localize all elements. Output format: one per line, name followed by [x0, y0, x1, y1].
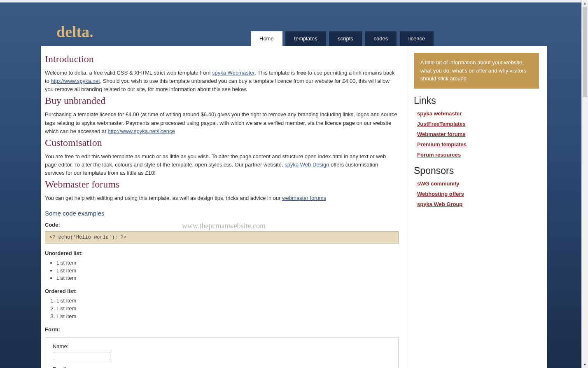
- sidebar: A little bit of information about your w…: [407, 46, 547, 368]
- code-block: <? echo('Hello world'); ?>: [45, 231, 399, 244]
- sidebar-link[interactable]: JustFreeTemplates: [417, 121, 539, 127]
- text-bold-free: free: [296, 70, 306, 76]
- link-spyka-licence[interactable]: http://www.spyka.net/licence: [107, 128, 175, 134]
- sidebar-link[interactable]: sWG community: [417, 180, 539, 187]
- sidebar-link[interactable]: Webhosting offers: [417, 191, 539, 197]
- intro-paragraph: Welcome to delta, a free valid CSS & XHT…: [45, 69, 399, 94]
- form-container: Name: Email:: [45, 337, 399, 368]
- link-webmaster-forums[interactable]: webmaster forums: [282, 195, 326, 201]
- list-item: List item: [56, 267, 399, 275]
- nav-codes[interactable]: codes: [365, 31, 397, 46]
- heading-customisation: Customisation: [45, 137, 399, 148]
- text: Purchasing a template licence for £4.00 …: [45, 111, 397, 134]
- label-email: Email:: [53, 366, 391, 368]
- label-form: Form:: [45, 326, 399, 334]
- nav-templates[interactable]: templates: [285, 31, 326, 46]
- sidebar-link[interactable]: Forum resources: [417, 152, 539, 158]
- custom-paragraph: You are free to edit this web template a…: [45, 152, 399, 177]
- list-item: List item: [56, 305, 399, 313]
- nav-home[interactable]: Home: [251, 31, 282, 46]
- heading-buy-unbranded: Buy unbranded: [45, 95, 399, 106]
- text: . This template is: [254, 70, 296, 76]
- list-item: List item: [56, 297, 399, 305]
- info-box: A little bit of information about your w…: [414, 53, 539, 89]
- main-column: Introduction Welcome to delta, a free va…: [41, 46, 407, 368]
- sidebar-link[interactable]: spyka webmaster: [417, 110, 539, 117]
- sidebar-sponsors-list: sWG community Webhosting offers spyka We…: [417, 180, 539, 207]
- forums-paragraph: You can get help with editing and using …: [45, 194, 399, 202]
- sidebar-link[interactable]: spyka Web Group: [417, 201, 539, 207]
- ordered-list: List item List item List item: [56, 297, 399, 321]
- page-container: delta. Home templates scripts codes lice…: [41, 0, 547, 368]
- list-item: List item: [56, 259, 399, 267]
- scroll-up-arrow-icon[interactable]: ▲: [582, 0, 588, 7]
- heading-code-examples: Some code examples: [45, 210, 399, 217]
- header: delta. Home templates scripts codes lice…: [41, 0, 547, 46]
- label-ordered-list: Ordered list:: [45, 287, 399, 295]
- scroll-thumb[interactable]: [583, 7, 587, 97]
- sidebar-heading-sponsors: Sponsors: [414, 165, 539, 176]
- main-nav: Home templates scripts codes licence: [251, 31, 435, 46]
- link-spyka-web-design[interactable]: spyka Web Design: [285, 162, 329, 168]
- content-wrap: Introduction Welcome to delta, a free va…: [41, 46, 547, 368]
- label-name: Name:: [53, 343, 391, 349]
- link-spyka-net[interactable]: http://www.spyka.net: [51, 78, 100, 84]
- nav-scripts[interactable]: scripts: [329, 31, 362, 46]
- text: Welcome to delta, a free valid CSS & XHT…: [45, 70, 212, 76]
- list-item: List item: [56, 313, 399, 321]
- label-code: Code:: [45, 221, 399, 229]
- sidebar-links-list: spyka webmaster JustFreeTemplates Webmas…: [417, 110, 539, 158]
- heading-introduction: Introduction: [45, 54, 399, 65]
- text: You can get help with editing and using …: [45, 195, 282, 201]
- label-unordered-list: Unordered list:: [45, 249, 399, 258]
- sidebar-link[interactable]: Webmaster forums: [417, 131, 539, 137]
- unordered-list: List item List item List item: [56, 259, 399, 283]
- buy-paragraph: Purchasing a template licence for £4.00 …: [45, 110, 399, 135]
- list-item: List item: [56, 274, 399, 282]
- sidebar-heading-links: Links: [414, 95, 539, 106]
- name-field[interactable]: [53, 352, 110, 360]
- scroll-down-arrow-icon[interactable]: ▼: [582, 361, 588, 368]
- scrollbar[interactable]: ▲ ▼: [581, 0, 588, 368]
- nav-licence[interactable]: licence: [400, 31, 434, 46]
- link-spyka-webmaster[interactable]: spyka Webmaster: [212, 70, 254, 76]
- sidebar-link[interactable]: Premium templates: [417, 141, 539, 148]
- heading-webmaster-forums: Webmaster forums: [45, 179, 399, 190]
